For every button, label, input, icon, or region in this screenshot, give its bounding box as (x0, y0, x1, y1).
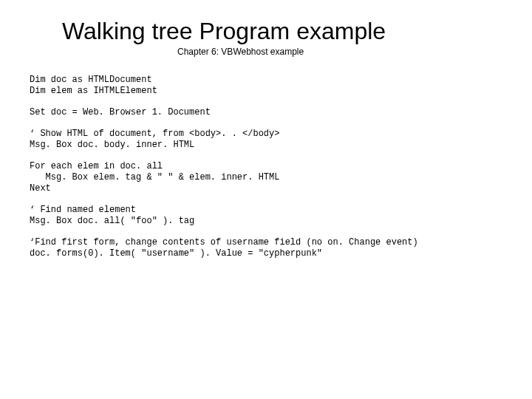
code-block-1: Dim doc as HTMLDocument Dim elem as IHTM… (30, 75, 502, 97)
code-block-2: Set doc = Web. Browser 1. Document (30, 107, 502, 118)
slide-subtitle: Chapter 6: VBWebhost example (177, 47, 502, 57)
slide: Walking tree Program example Chapter 6: … (0, 0, 532, 399)
slide-title: Walking tree Program example (62, 18, 502, 45)
code-block-4: For each elem in doc. all Msg. Box elem.… (30, 161, 502, 194)
code-block-6: ‘Find first form, change contents of use… (30, 237, 502, 259)
code-block-5: ‘ Find named element Msg. Box doc. all( … (30, 205, 502, 227)
code-block-3: ‘ Show HTML of document, from <body>. . … (30, 129, 502, 151)
